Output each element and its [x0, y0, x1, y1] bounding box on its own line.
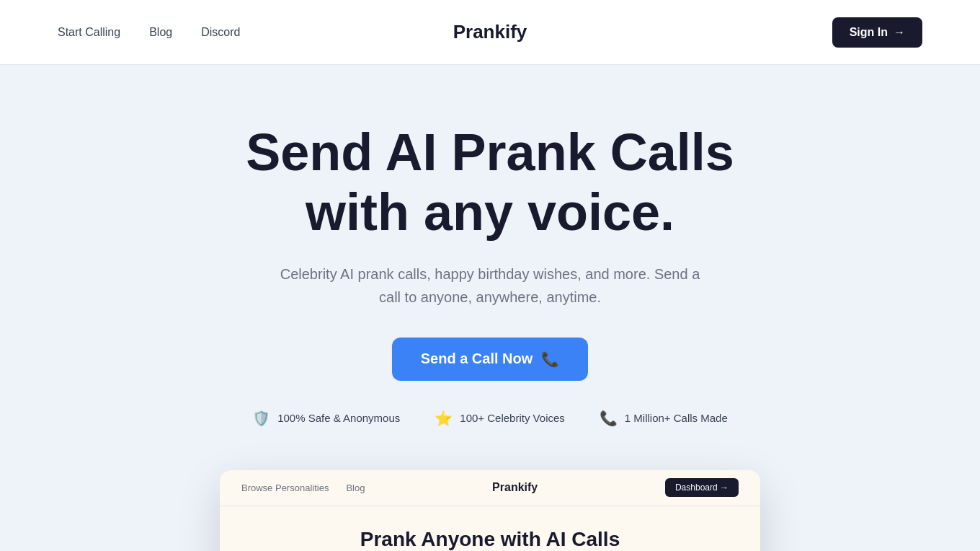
navbar: Start Calling Blog Discord Prankify Sign…: [0, 0, 980, 65]
preview-title: Prank Anyone with AI Calls: [234, 528, 746, 551]
preview-blog-link: Blog: [346, 482, 365, 493]
nav-discord[interactable]: Discord: [201, 26, 240, 39]
stat-calls: 📞 1 Million+ Calls Made: [600, 410, 728, 427]
stat-safe: 🛡️ 100% Safe & Anonymous: [252, 410, 400, 427]
preview-hero: Prank Anyone with AI Calls Select a char…: [220, 506, 760, 551]
calls-phone-icon: 📞: [600, 410, 618, 427]
preview-browse-personalities: Browse Personalities: [241, 482, 329, 493]
stat-safe-label: 100% Safe & Anonymous: [277, 412, 400, 424]
star-icon: ⭐: [435, 410, 453, 427]
stat-calls-label: 1 Million+ Calls Made: [625, 412, 728, 424]
preview-logo: Prankify: [492, 481, 538, 494]
hero-section: Send AI Prank Calls with any voice. Cele…: [0, 65, 980, 551]
site-logo: Prankify: [453, 21, 527, 43]
hero-subtitle: Celebrity AI prank calls, happy birthday…: [274, 263, 706, 309]
nav-links: Start Calling Blog Discord: [58, 26, 240, 39]
stat-voices: ⭐ 100+ Celebrity Voices: [435, 410, 565, 427]
sign-in-button[interactable]: Sign In →: [832, 17, 922, 48]
preview-window: Browse Personalities Blog Prankify Dashb…: [220, 470, 760, 551]
sign-in-label: Sign In: [850, 26, 888, 39]
cta-label: Send a Call Now: [421, 351, 533, 367]
preview-dashboard-button[interactable]: Dashboard →: [665, 478, 739, 497]
preview-nav-links: Browse Personalities Blog: [241, 482, 365, 493]
arrow-icon: →: [894, 26, 905, 39]
hero-title: Send AI Prank Calls with any voice.: [246, 123, 734, 242]
stat-voices-label: 100+ Celebrity Voices: [460, 412, 565, 424]
shield-icon: 🛡️: [252, 410, 270, 427]
stats-row: 🛡️ 100% Safe & Anonymous ⭐ 100+ Celebrit…: [252, 410, 728, 427]
cta-button[interactable]: Send a Call Now 📞: [392, 338, 589, 381]
nav-start-calling[interactable]: Start Calling: [58, 26, 120, 39]
phone-icon: 📞: [541, 351, 559, 368]
preview-navbar: Browse Personalities Blog Prankify Dashb…: [220, 470, 760, 506]
nav-blog[interactable]: Blog: [149, 26, 172, 39]
